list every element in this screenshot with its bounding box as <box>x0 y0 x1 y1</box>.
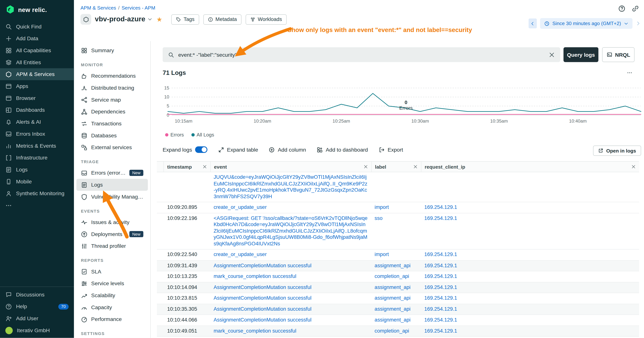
subnav-item-issues-activity[interactable]: Issues & activity <box>76 216 148 228</box>
log-request-client-ip-link[interactable]: 169.254.129.1 <box>421 213 639 224</box>
expand-logs-toggle[interactable] <box>195 146 207 153</box>
query-logs-button[interactable]: Query logs <box>564 47 598 62</box>
log-event-link[interactable]: AssignmentCompletionMutation successful <box>210 304 371 314</box>
log-label-link[interactable]: assignment_api <box>371 315 421 325</box>
sidebar-item-metrics-events[interactable]: Metrics & Events <box>0 140 74 152</box>
log-request-client-ip-link[interactable]: 169.254.129.1 <box>421 249 639 260</box>
sidebar-footer-discussions[interactable]: Discussions <box>0 289 74 300</box>
log-request-client-ip-link[interactable]: 169.254.129.1 <box>421 282 639 293</box>
log-event-link[interactable]: mark_course_completion successful <box>210 271 371 282</box>
clear-query-icon[interactable] <box>549 52 555 58</box>
nrql-button[interactable]: NRQL <box>602 47 635 62</box>
subnav-item-errors-errors-inb[interactable]: Errors (errors inb...New <box>76 167 148 179</box>
column-header-timestamp[interactable]: timestamp <box>164 162 210 172</box>
tags-button[interactable]: Tags <box>171 14 199 25</box>
newrelic-logo[interactable]: new relic. <box>0 0 74 21</box>
remove-column-icon[interactable] <box>202 165 207 169</box>
log-request-client-ip-link[interactable]: 169.254.129.1 <box>421 260 639 271</box>
log-request-client-ip-link[interactable]: 169.254.129.1 <box>421 315 639 325</box>
log-event-link[interactable]: JUQVU&code=eyJraWQiOiJjcGltY29yZV8wOTl1M… <box>210 172 371 202</box>
sidebar-item-quick-find[interactable]: Quick Find <box>0 21 74 33</box>
sidebar-item-apm-services[interactable]: APM & Services <box>0 68 74 80</box>
log-label-link[interactable]: assignment_api <box>371 260 421 271</box>
log-label-link[interactable]: completion_api <box>371 271 421 282</box>
sidebar-item-all-entities[interactable]: All Entities <box>0 56 74 68</box>
sidebar-item-all-capabilities[interactable]: All Capabilities <box>0 44 74 56</box>
sidebar-item-errors-inbox[interactable]: Errors Inbox <box>0 128 74 140</box>
breadcrumb-services-apm[interactable]: Services - APM <box>122 5 155 11</box>
log-label-link[interactable]: import <box>371 249 421 260</box>
permalink-icon[interactable] <box>632 5 639 12</box>
subnav-item-databases[interactable]: Databases <box>76 130 148 142</box>
subnav-item-external-services[interactable]: External services <box>76 142 148 153</box>
sidebar-item-mobile[interactable]: Mobile <box>0 176 74 188</box>
log-event-link[interactable]: AssignmentCompletionMutation successful <box>210 260 371 271</box>
log-request-client-ip-link[interactable]: 169.254.129.1 <box>421 326 639 336</box>
legend-item-all-logs[interactable]: All Logs <box>191 132 214 138</box>
breadcrumb-apm-services[interactable]: APM & Services <box>80 5 116 11</box>
log-row[interactable]: 10:10:49.051mark_course_completion succe… <box>157 326 639 337</box>
more-options-button[interactable] <box>626 70 633 76</box>
expand-table-button[interactable]: Expand table <box>218 147 258 153</box>
log-event-link[interactable]: AssignmentCompletionMutation successful <box>210 293 371 303</box>
subnav-item-service-levels[interactable]: Service levels <box>76 277 148 289</box>
entity-picker-chevron-icon[interactable] <box>147 17 152 22</box>
log-event-link[interactable]: AssignmentCompletionMutation successful <box>210 337 371 338</box>
sidebar-item-add-data[interactable]: Add Data <box>0 33 74 45</box>
subnav-item-dependencies[interactable]: Dependencies <box>76 106 148 118</box>
sidebar-footer-help[interactable]: Help70 <box>0 300 74 312</box>
log-row[interactable]: 10:10:14.094AssignmentCompletionMutation… <box>157 282 639 293</box>
sidebar-item-infrastructure[interactable]: Infrastructure <box>0 152 74 164</box>
sidebar-footer-add-user[interactable]: Add User <box>0 312 74 324</box>
column-header-label[interactable]: label <box>371 162 421 172</box>
log-label-link[interactable]: assignment_api <box>371 293 421 303</box>
add-to-dashboard-button[interactable]: Add to dashboard <box>317 147 368 153</box>
log-row[interactable]: JUQVU&code=eyJraWQiOiJjcGltY29yZV8wOTl1M… <box>157 172 639 202</box>
sidebar-item-dots[interactable] <box>0 199 74 211</box>
log-event-link[interactable]: AssignmentCompletionMutation successful <box>210 282 371 293</box>
sidebar-item-logs[interactable]: Logs <box>0 164 74 176</box>
log-label-link[interactable]: completion_api <box>371 326 421 336</box>
sidebar-item-apps[interactable]: Apps <box>0 80 74 92</box>
sidebar-footer-iterativ-gmbh[interactable]: Iterativ GmbH <box>0 324 74 336</box>
column-header-request-client-ip[interactable]: request_client_ip <box>421 162 639 172</box>
subnav-item-distributed-tracing[interactable]: Distributed tracing <box>76 82 148 94</box>
log-event-link[interactable]: mark_course_completion successful <box>210 326 371 336</box>
subnav-item-service-map[interactable]: Service map <box>76 94 148 106</box>
sidebar-item-alerts-ai[interactable]: Alerts & AI <box>0 116 74 128</box>
log-label-link[interactable]: assignment_api <box>371 282 421 293</box>
subnav-item-vulnerability-management[interactable]: Vulnerability Management <box>76 191 148 203</box>
sidebar-item-synthetic-monitoring[interactable]: Synthetic Monitoring <box>0 188 74 199</box>
log-request-client-ip-link[interactable] <box>421 172 639 176</box>
subnav-item-thread-profiler[interactable]: Thread profiler <box>76 240 148 252</box>
subnav-item-sla[interactable]: SLA <box>76 266 148 277</box>
subnav-item-logs[interactable]: Logs <box>76 179 148 191</box>
log-row[interactable]: 10:11:00.311AssignmentCompletionMutation… <box>157 337 639 338</box>
subnav-item-recommendations[interactable]: Recommendations <box>76 70 148 82</box>
favorite-star-icon[interactable]: ★ <box>156 15 162 23</box>
log-label-link[interactable]: import <box>371 202 421 213</box>
logs-timeseries-chart[interactable]: 15105010:15am10:20am10:25am10:30am10:35a… <box>161 81 642 127</box>
subnav-item-transactions[interactable]: Transactions <box>76 118 148 130</box>
log-row[interactable]: 10:09:22.540create_or_update_userimport1… <box>157 249 639 260</box>
legend-item-errors[interactable]: Errors <box>165 132 184 138</box>
sidebar-item-browser[interactable]: Browser <box>0 92 74 104</box>
column-header-event[interactable]: event <box>210 162 371 172</box>
log-request-client-ip-link[interactable]: 169.254.129.1 <box>421 293 639 303</box>
log-request-client-ip-link[interactable]: 169.254.129.1 <box>421 202 639 213</box>
log-row[interactable]: 10:10:35.305AssignmentCompletionMutation… <box>157 304 639 315</box>
log-event-link[interactable]: <ASGIRequest: GET '/sso/callback/?state=… <box>210 213 371 249</box>
subnav-item-performance[interactable]: Performance <box>76 313 148 325</box>
time-forward-button[interactable] <box>636 21 641 26</box>
remove-column-icon[interactable] <box>631 165 636 169</box>
add-column-button[interactable]: Add column <box>269 147 306 153</box>
log-query-input[interactable] <box>178 52 544 58</box>
help-icon[interactable] <box>618 5 626 12</box>
subnav-item-deployments[interactable]: DeploymentsNew <box>76 228 148 240</box>
log-request-client-ip-link[interactable]: 169.254.129.1 <box>421 337 639 338</box>
workloads-button[interactable]: Workloads <box>246 14 286 25</box>
subnav-item-summary[interactable]: Summary <box>76 44 148 56</box>
subnav-item-scalability[interactable]: Scalability <box>76 289 148 301</box>
log-request-client-ip-link[interactable]: 169.254.129.1 <box>421 271 639 282</box>
log-event-link[interactable]: AssignmentCompletionMutation successful <box>210 315 371 325</box>
